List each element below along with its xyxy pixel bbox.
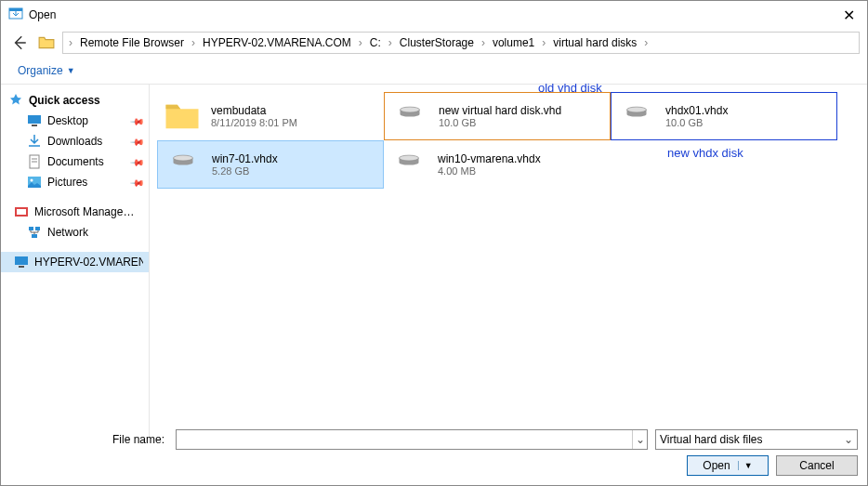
footer: File name: ⌄ Virtual hard disk files ⌄ O… (1, 424, 867, 485)
file-text: vhdx01.vhdx 10.0 GB (665, 104, 728, 128)
disk-icon (164, 145, 203, 184)
file-win7[interactable]: win7-01.vhdx 5.28 GB (157, 140, 384, 189)
sidebar-label: Pictures (47, 176, 87, 189)
close-button[interactable]: ✕ (837, 4, 860, 26)
file-win10[interactable]: win10-vmarena.vhdx 4.00 MB (384, 140, 611, 189)
folder-icon (163, 97, 202, 136)
file-folder-vembudata[interactable]: vembudata 8/11/2019 8:01 PM (157, 92, 384, 140)
sidebar-label: Network (47, 226, 88, 239)
svg-point-19 (627, 107, 647, 112)
pin-icon: 📌 (130, 113, 145, 128)
pin-icon: 📌 (130, 175, 145, 190)
chevron-right-icon: › (387, 36, 394, 49)
file-name: win7-01.vhdx (212, 152, 278, 165)
back-button[interactable] (8, 32, 31, 54)
disk-icon (389, 145, 428, 184)
title-bar: Open ✕ (1, 1, 867, 29)
sidebar-label: Documents (47, 155, 104, 168)
sidebar-label: HYPERV-02.VMARENA.COM (34, 256, 143, 269)
file-date: 8/11/2019 8:01 PM (211, 117, 297, 128)
open-button[interactable]: Open ▼ (687, 455, 769, 476)
sidebar-desktop[interactable]: Desktop 📌 (1, 111, 149, 131)
svg-point-21 (174, 155, 193, 161)
downloads-icon (27, 134, 42, 149)
file-size: 10.0 GB (439, 117, 561, 128)
file-text: win7-01.vhdx 5.28 GB (212, 152, 278, 177)
sidebar-quick-access[interactable]: Quick access (1, 90, 149, 111)
svg-rect-11 (29, 227, 33, 230)
desktop-icon (27, 113, 42, 128)
chevron-down-icon[interactable]: ⌄ (632, 430, 647, 449)
window-title: Open (29, 8, 837, 21)
sidebar-label: Quick access (29, 94, 100, 107)
open-label: Open (703, 459, 730, 472)
network-icon (27, 225, 42, 240)
breadcrumb-bar[interactable]: › Remote File Browser › HYPERV-02.VMAREN… (62, 32, 860, 54)
file-type-filter[interactable]: Virtual hard disk files ⌄ (655, 429, 858, 450)
sidebar-downloads[interactable]: Downloads 📌 (1, 131, 149, 151)
file-size: 5.28 GB (212, 165, 278, 177)
file-vhdx01[interactable]: vhdx01.vhdx 10.0 GB (611, 92, 837, 140)
chevron-down-icon: ⌄ (844, 433, 853, 446)
svg-rect-13 (32, 234, 37, 238)
chevron-down-icon: ▼ (67, 66, 75, 75)
svg-rect-2 (28, 115, 41, 124)
crumb-cluster[interactable]: ClusterStorage (396, 36, 478, 49)
chevron-right-icon: › (357, 36, 364, 49)
crumb-root[interactable]: Remote File Browser (76, 36, 188, 49)
chevron-right-icon: › (67, 36, 74, 49)
toolbar: Organize ▼ (1, 57, 867, 85)
disk-icon (617, 97, 656, 136)
filename-label: File name: (10, 433, 168, 446)
chevron-right-icon: › (642, 36, 650, 49)
file-text: new virtual hard disk.vhd 10.0 GB (439, 104, 561, 128)
split-chevron-icon: ▼ (738, 461, 753, 470)
pin-icon: 📌 (130, 154, 145, 169)
cancel-button[interactable]: Cancel (776, 455, 858, 476)
crumb-vhd[interactable]: virtual hard disks (549, 36, 640, 49)
sidebar-network[interactable]: Network (1, 222, 149, 243)
svg-point-23 (400, 155, 419, 161)
svg-point-8 (31, 179, 33, 182)
pictures-icon (27, 175, 42, 190)
filename-input[interactable]: ⌄ (176, 429, 648, 450)
app-icon (8, 7, 23, 22)
file-name: vhdx01.vhdx (665, 104, 728, 117)
sidebar: Quick access Desktop 📌 Downloads 📌 Docum… (1, 85, 150, 438)
svg-rect-14 (15, 256, 28, 265)
file-name: win10-vmarena.vhdx (438, 152, 541, 165)
monitor-icon (14, 255, 29, 269)
organize-label: Organize (18, 64, 63, 77)
svg-rect-15 (19, 266, 24, 268)
file-text: win10-vmarena.vhdx 4.00 MB (438, 152, 541, 177)
crumb-host[interactable]: HYPERV-02.VMARENA.COM (199, 36, 355, 49)
annotation-new-vhdx: new vhdx disk (667, 146, 743, 160)
chevron-right-icon: › (480, 36, 487, 49)
file-size: 4.00 MB (438, 165, 541, 177)
crumb-volume[interactable]: volume1 (489, 36, 538, 49)
file-list: old vhd disk new vhdx disk vembudata 8/1… (150, 85, 867, 438)
sidebar-label: Microsoft Management Console (34, 205, 143, 218)
svg-rect-3 (32, 125, 37, 126)
crumb-drive[interactable]: C: (366, 36, 385, 49)
mmc-icon (14, 204, 29, 219)
cancel-label: Cancel (799, 459, 834, 472)
file-text: vembudata 8/11/2019 8:01 PM (211, 104, 297, 128)
file-new-vhd[interactable]: new virtual hard disk.vhd 10.0 GB (384, 92, 611, 140)
sidebar-mmc[interactable]: Microsoft Management Console (1, 202, 149, 222)
documents-icon (27, 154, 42, 169)
organize-menu[interactable]: Organize ▼ (12, 60, 81, 81)
pin-icon: 📌 (130, 134, 145, 149)
sidebar-label: Desktop (47, 114, 88, 127)
file-size: 10.0 GB (665, 117, 728, 128)
svg-rect-10 (17, 209, 26, 215)
file-name: vembudata (211, 104, 297, 117)
sidebar-pictures[interactable]: Pictures 📌 (1, 172, 149, 192)
sidebar-host[interactable]: HYPERV-02.VMARENA.COM (1, 252, 149, 272)
chevron-right-icon: › (190, 36, 197, 49)
file-name: new virtual hard disk.vhd (439, 104, 561, 117)
body: Quick access Desktop 📌 Downloads 📌 Docum… (1, 85, 867, 438)
disk-icon (390, 97, 429, 136)
svg-point-17 (401, 107, 420, 112)
sidebar-documents[interactable]: Documents 📌 (1, 151, 149, 172)
